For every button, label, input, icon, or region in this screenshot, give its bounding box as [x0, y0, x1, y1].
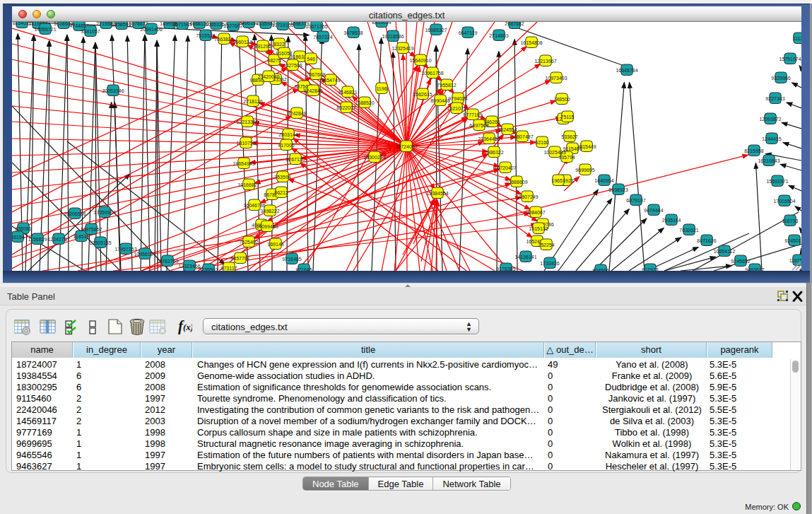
svg-text:9155502: 9155502 [199, 267, 218, 271]
svg-text:19166827: 19166827 [237, 182, 259, 187]
svg-text:9242848: 9242848 [287, 111, 306, 116]
svg-text:75115: 75115 [561, 115, 575, 119]
svg-text:116753: 116753 [782, 218, 799, 223]
svg-text:971645: 971645 [295, 267, 312, 271]
svg-text:3678638: 3678638 [343, 30, 363, 35]
svg-text:1167534: 1167534 [789, 258, 801, 263]
svg-text:98275: 98275 [267, 58, 281, 63]
svg-text:9245652: 9245652 [731, 259, 750, 264]
svg-text:7515524: 7515524 [196, 33, 215, 38]
svg-text:12213967: 12213967 [534, 59, 556, 64]
svg-text:546: 546 [307, 57, 315, 62]
svg-text:10654112: 10654112 [714, 249, 736, 254]
svg-text:7986322: 7986322 [484, 150, 503, 155]
svg-text:12213369: 12213369 [236, 119, 258, 124]
svg-text:16648784: 16648784 [616, 68, 637, 73]
svg-text:1810755: 1810755 [236, 141, 255, 146]
svg-text:18807249: 18807249 [516, 194, 538, 199]
svg-text:748500: 748500 [553, 97, 570, 102]
svg-text:62160: 62160 [535, 140, 549, 145]
svg-text:15640910: 15640910 [409, 58, 431, 63]
svg-text:3267130: 3267130 [286, 157, 305, 162]
svg-text:8322037: 8322037 [336, 105, 355, 110]
svg-text:39154: 39154 [12, 235, 25, 240]
svg-text:19384554: 19384554 [426, 191, 448, 196]
svg-text:15751074: 15751074 [779, 57, 801, 62]
svg-text:9084067: 9084067 [526, 210, 545, 215]
svg-text:16210643: 16210643 [758, 158, 779, 163]
svg-text:812973: 812973 [642, 267, 658, 271]
svg-text:17359934: 17359934 [93, 210, 115, 215]
svg-text:7955812: 7955812 [437, 83, 456, 88]
svg-text:12323466: 12323466 [178, 264, 200, 269]
svg-text:17957253: 17957253 [114, 247, 136, 252]
svg-text:891295: 891295 [254, 44, 271, 49]
svg-text:2935114: 2935114 [662, 218, 681, 223]
svg-text:9245012: 9245012 [784, 238, 801, 243]
svg-text:169144: 169144 [267, 242, 283, 247]
svg-text:25300273: 25300273 [363, 155, 385, 160]
svg-text:9716485: 9716485 [282, 257, 301, 262]
svg-text:8322: 8322 [273, 42, 285, 47]
svg-text:10961758: 10961758 [421, 71, 443, 76]
svg-text:12093872: 12093872 [759, 117, 781, 122]
svg-text:1640954: 1640954 [594, 178, 613, 183]
svg-text:16782759: 16782759 [156, 259, 178, 264]
svg-text:(x): (x) [183, 322, 192, 332]
svg-text:2867608: 2867608 [306, 72, 325, 77]
svg-text:2803144: 2803144 [278, 132, 298, 137]
svg-text:15692971: 15692971 [766, 179, 788, 184]
svg-text:11120: 11120 [793, 36, 801, 41]
svg-text:9660124: 9660124 [233, 40, 252, 45]
svg-text:20206536: 20206536 [64, 211, 86, 216]
svg-text:16085327: 16085327 [425, 28, 447, 33]
svg-text:9463627: 9463627 [745, 267, 764, 271]
svg-text:9146821: 9146821 [338, 90, 357, 95]
svg-text:9474444: 9474444 [644, 208, 663, 213]
svg-text:8215958: 8215958 [744, 148, 763, 153]
svg-text:9794024: 9794024 [448, 96, 467, 101]
svg-text:16154808: 16154808 [520, 40, 542, 45]
svg-text:1244415: 1244415 [762, 136, 781, 141]
svg-text:8938923: 8938923 [608, 187, 628, 192]
svg-text:7857224: 7857224 [313, 35, 332, 40]
svg-text:1621072: 1621072 [447, 106, 466, 111]
svg-text:20053346: 20053346 [102, 88, 124, 93]
svg-text:1733426: 1733426 [540, 261, 559, 266]
svg-text:9327508: 9327508 [283, 63, 302, 68]
svg-text:2718126: 2718126 [243, 99, 262, 104]
svg-text:3624554: 3624554 [498, 127, 517, 132]
svg-text:10975857: 10975857 [80, 227, 102, 232]
svg-text:435061: 435061 [15, 226, 31, 231]
svg-text:16720407: 16720407 [494, 165, 516, 170]
svg-text:19654943: 19654943 [233, 161, 254, 166]
svg-text:16046736: 16046736 [243, 203, 265, 208]
svg-text:6647119: 6647119 [459, 30, 478, 35]
svg-text:924506: 924506 [592, 268, 608, 271]
svg-text:10958107: 10958107 [134, 252, 155, 257]
svg-text:9227343: 9227343 [765, 96, 784, 101]
svg-text:86212: 86212 [274, 190, 288, 195]
svg-text:935794: 935794 [558, 155, 575, 160]
svg-text:3498222: 3498222 [260, 209, 279, 214]
svg-text:14099489: 14099489 [256, 224, 278, 229]
svg-text:14055721: 14055721 [34, 27, 56, 32]
svg-text:252254: 252254 [538, 243, 554, 247]
svg-text:9115460: 9115460 [563, 146, 582, 151]
svg-text:2714803: 2714803 [489, 33, 508, 38]
svg-text:7663822: 7663822 [214, 37, 233, 42]
svg-text:10025433: 10025433 [543, 150, 565, 155]
svg-text:1615132: 1615132 [529, 226, 548, 231]
svg-text:20691406: 20691406 [140, 27, 162, 32]
svg-text:973117: 973117 [221, 266, 237, 271]
svg-text:6497568: 6497568 [469, 123, 488, 128]
svg-text:753594: 753594 [274, 175, 290, 180]
svg-text:8454749: 8454749 [321, 78, 340, 83]
svg-text:10688609: 10688609 [505, 180, 527, 185]
svg-text:19218586: 19218586 [382, 34, 404, 39]
svg-text:19651: 19651 [551, 178, 565, 183]
svg-text:10671355: 10671355 [305, 24, 327, 29]
svg-text:12242757: 12242757 [47, 237, 69, 242]
svg-text:1588520: 1588520 [355, 100, 374, 105]
svg-text:1156829: 1156829 [28, 237, 47, 242]
